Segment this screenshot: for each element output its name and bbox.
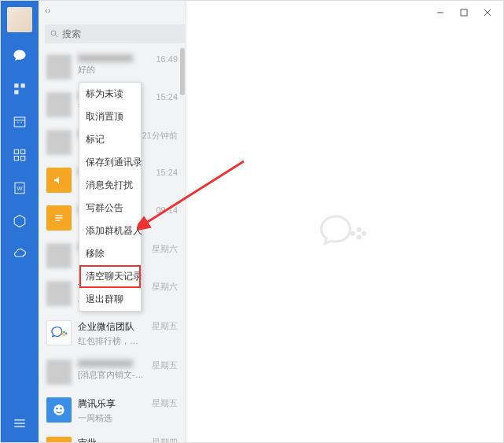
svg-point-23: [63, 334, 65, 336]
chat-preview: 红包排行榜，赶进入…: [78, 335, 145, 347]
chat-time: 星期六: [152, 281, 178, 308]
svg-text:W: W: [17, 185, 23, 192]
maximize-button[interactable]: [453, 5, 475, 20]
context-menu-item[interactable]: 退出群聊: [79, 288, 141, 311]
context-menu-item[interactable]: 取消置顶: [79, 105, 141, 128]
nav-cloud-icon[interactable]: [12, 246, 28, 262]
chat-item[interactable]: 企业微信团队红包排行榜，赶进入…星期五: [39, 314, 186, 353]
svg-point-32: [350, 231, 355, 235]
chat-title: 腾讯乐享: [78, 397, 145, 411]
context-menu-item[interactable]: 移除: [79, 242, 141, 265]
context-menu-item[interactable]: 清空聊天记录: [79, 265, 141, 288]
search-box[interactable]: [45, 24, 185, 43]
nav-docs-icon[interactable]: W: [12, 180, 28, 196]
chat-time: 21分钟前: [142, 130, 178, 155]
chat-title: 审批: [78, 437, 145, 442]
minimize-button[interactable]: [429, 5, 451, 20]
context-menu-item[interactable]: 标为未读: [79, 83, 141, 105]
search-icon: [50, 29, 59, 39]
main-area: [186, 1, 503, 442]
chat-time: 15:24: [156, 92, 178, 117]
nav-contacts-icon[interactable]: [12, 81, 28, 97]
chat-time: 星期五: [152, 320, 178, 347]
chat-preview: 好的: [78, 64, 149, 76]
svg-rect-10: [21, 157, 25, 161]
svg-rect-2: [14, 90, 18, 94]
chat-item[interactable]: [消息官内销文-龙12:1…星期五: [39, 353, 186, 391]
chat-time: 15:24: [156, 168, 178, 193]
search-row: +: [39, 20, 186, 48]
nav-chat-icon[interactable]: [12, 48, 28, 64]
svg-point-21: [61, 333, 63, 335]
svg-rect-1: [21, 83, 25, 87]
svg-point-35: [361, 231, 366, 235]
empty-state: [186, 24, 503, 442]
chat-time: 星期五: [152, 360, 178, 385]
back-icon[interactable]: ‹›: [45, 6, 50, 15]
chat-time: 09:14: [156, 205, 178, 231]
svg-rect-0: [14, 83, 18, 87]
svg-point-34: [356, 227, 361, 231]
chat-item[interactable]: 好的16:49: [39, 48, 186, 86]
svg-rect-29: [461, 9, 467, 16]
context-menu-item[interactable]: 写群公告: [79, 197, 141, 220]
app-window: W ‹› + 好的16:49部…15:2421分钟前15:2409:14星期六市…: [0, 0, 504, 443]
svg-rect-9: [14, 157, 18, 161]
svg-line-17: [56, 35, 58, 38]
chat-time: 星期五: [152, 397, 178, 424]
list-header: ‹›: [39, 1, 186, 20]
svg-rect-7: [14, 150, 18, 153]
context-menu-item[interactable]: 消息免打扰: [79, 174, 141, 197]
chat-preview: 一周精选: [78, 412, 145, 424]
titlebar: [186, 1, 503, 24]
context-menu-item[interactable]: 保存到通讯录: [79, 151, 141, 174]
svg-point-22: [63, 331, 65, 334]
svg-point-26: [56, 408, 58, 410]
nav-menu-icon[interactable]: [12, 415, 28, 431]
chat-time: 星期六: [152, 243, 178, 268]
svg-point-25: [53, 404, 64, 415]
chat-item[interactable]: 腾讯乐享一周精选星期五: [39, 391, 186, 430]
chat-title: 企业微信团队: [78, 320, 145, 334]
close-button[interactable]: [476, 5, 498, 20]
chat-time: 16:49: [156, 54, 178, 79]
search-input[interactable]: [62, 28, 180, 39]
context-menu-item[interactable]: 添加群机器人: [79, 220, 141, 242]
chat-preview: [消息官内销文-龙12:1…: [78, 369, 145, 381]
nav-calendar-icon[interactable]: [12, 114, 28, 130]
nav-apps-icon[interactable]: [12, 147, 28, 163]
user-avatar[interactable]: [7, 7, 32, 32]
left-nav: W: [1, 1, 39, 442]
svg-point-33: [356, 234, 361, 239]
nav-box-icon[interactable]: [12, 213, 28, 229]
wecom-logo-icon: [314, 201, 377, 267]
chat-time: 星期四: [152, 437, 178, 442]
context-menu-item[interactable]: 标记: [79, 128, 141, 151]
svg-rect-3: [14, 117, 25, 127]
chat-item[interactable]: 审批你的用章申请（不外…星期四: [39, 430, 186, 442]
svg-point-27: [60, 408, 62, 410]
svg-rect-8: [21, 150, 25, 153]
context-menu: 标为未读取消置顶标记保存到通讯录消息免打扰写群公告添加群机器人移除清空聊天记录退…: [79, 82, 142, 312]
svg-point-24: [65, 333, 68, 335]
svg-point-16: [51, 31, 56, 35]
